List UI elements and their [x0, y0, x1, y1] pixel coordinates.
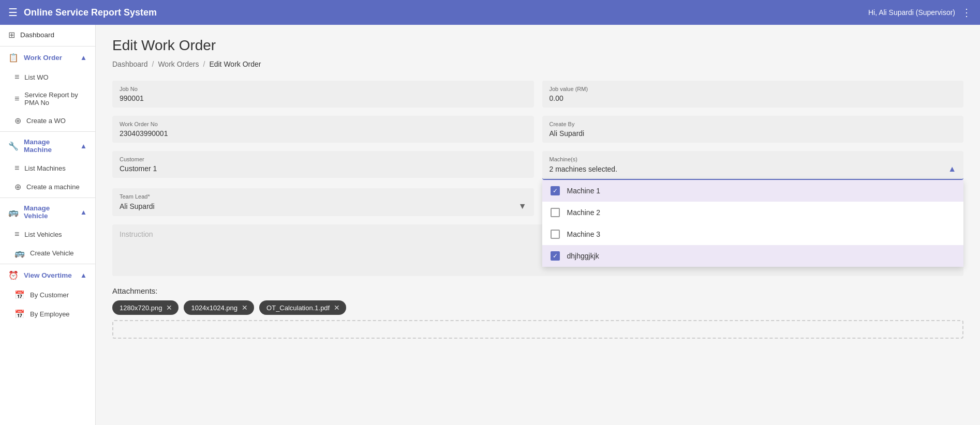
value-work-order-no: 230403990001: [120, 129, 527, 138]
label-machines: Machine(s): [550, 156, 957, 162]
sidebar-divider-4: [0, 264, 95, 264]
form-row-2: Work Order No 230403990001 Create By Ali…: [112, 116, 963, 143]
field-create-by: Create By Ali Supardi: [542, 116, 964, 143]
calendar-customer-icon: 📅: [14, 290, 25, 300]
label-work-order-no: Work Order No: [120, 121, 527, 127]
value-create-by: Ali Supardi: [550, 129, 957, 138]
list-icon: ≡: [14, 72, 19, 82]
drop-zone[interactable]: [112, 320, 963, 339]
sidebar-item-list-vehicles[interactable]: ≡ List Vehicles: [0, 225, 95, 244]
form-row-3: Customer Customer 1 Machine(s) 2 machine…: [112, 151, 963, 180]
dashboard-icon: ⊞: [8, 30, 15, 40]
checkbox-machine-4[interactable]: ✓: [551, 251, 560, 261]
attachment-chip-3: OT_Calculation.1.pdf ✕: [259, 300, 346, 315]
workorder-icon: 📋: [8, 53, 19, 63]
machine-option-1[interactable]: ✓ Machine 1: [542, 180, 964, 202]
sidebar-divider-1: [0, 46, 95, 47]
label-job-no: Job No: [120, 86, 527, 92]
checkbox-machine-3[interactable]: [551, 230, 560, 239]
sidebar-divider-2: [0, 131, 95, 132]
machine-option-3-label: Machine 3: [567, 230, 601, 238]
team-lead-value: Ali Supardi ▼: [120, 202, 527, 211]
sidebar: ⊞ Dashboard 📋 Work Order ▲ ≡ List WO ≡ S…: [0, 25, 96, 425]
breadcrumb-dashboard[interactable]: Dashboard: [112, 60, 148, 68]
label-job-value: Job value (RM): [550, 86, 957, 92]
add-vehicle-icon: 🚌: [14, 248, 25, 258]
form-row-1: Job No 990001 Job value (RM) 0.00: [112, 81, 963, 108]
field-machines[interactable]: Machine(s) 2 machines selected. ▲: [542, 151, 964, 180]
calendar-employee-icon: 📅: [14, 309, 25, 319]
field-job-no: Job No 990001: [112, 81, 534, 108]
sidebar-item-by-customer[interactable]: 📅 By Customer: [0, 285, 95, 305]
sidebar-section-workorder[interactable]: 📋 Work Order ▲: [0, 48, 95, 68]
breadcrumb-work-orders[interactable]: Work Orders: [158, 60, 199, 68]
breadcrumb-current: Edit Work Order: [209, 60, 261, 68]
list-vehicles-icon: ≡: [14, 230, 19, 239]
attachment-remove-3[interactable]: ✕: [334, 303, 340, 312]
hamburger-icon[interactable]: ☰: [8, 6, 18, 19]
top-nav: ☰ Online Service Report System Hi, Ali S…: [0, 0, 980, 25]
field-work-order-no: Work Order No 230403990001: [112, 116, 534, 143]
workorder-collapse-icon: ▲: [80, 54, 87, 62]
overtime-collapse-icon: ▲: [80, 271, 87, 279]
attachment-chip-1: 1280x720.png ✕: [112, 300, 179, 315]
machine-collapse-icon: ▲: [80, 142, 87, 150]
vehicle-icon: 🚌: [8, 207, 19, 217]
sidebar-item-create-machine[interactable]: ⊕ Create a machine: [0, 177, 95, 196]
sidebar-item-create-vehicle[interactable]: 🚌 Create Vehicle: [0, 244, 95, 263]
machine-option-2[interactable]: Machine 2: [542, 202, 964, 223]
page-title: Edit Work Order: [112, 37, 963, 54]
machine-option-3[interactable]: Machine 3: [542, 223, 964, 245]
add-wo-icon: ⊕: [14, 116, 21, 126]
sidebar-divider-3: [0, 198, 95, 198]
label-team-lead: Team Lead*: [120, 193, 527, 200]
report-icon: ≡: [14, 94, 19, 103]
sidebar-item-dashboard[interactable]: ⊞ Dashboard: [0, 25, 95, 45]
add-machine-icon: ⊕: [14, 182, 21, 192]
attachment-remove-1[interactable]: ✕: [166, 303, 172, 312]
sidebar-item-by-employee[interactable]: 📅 By Employee: [0, 305, 95, 324]
attachments-section: Attachments: 1280x720.png ✕ 1024x1024.pn…: [112, 286, 963, 339]
machine-selected-value: 2 machines selected. ▲: [550, 164, 957, 174]
vehicle-collapse-icon: ▲: [80, 208, 87, 216]
list-machines-icon: ≡: [14, 163, 19, 173]
sidebar-section-vehicle[interactable]: 🚌 Manage Vehicle ▲: [0, 199, 95, 225]
attachment-name-1: 1280x720.png: [120, 304, 162, 312]
machine-option-2-label: Machine 2: [567, 208, 601, 217]
attachment-remove-2[interactable]: ✕: [242, 303, 248, 312]
sidebar-item-service-report[interactable]: ≡ Service Report by PMA No: [0, 86, 95, 111]
sidebar-section-overtime[interactable]: ⏰ View Overtime ▲: [0, 265, 95, 285]
value-customer: Customer 1: [120, 164, 527, 173]
value-job-value: 0.00: [550, 94, 957, 102]
value-job-no: 990001: [120, 94, 527, 102]
checkbox-machine-1[interactable]: ✓: [551, 186, 560, 195]
attachments-list: 1280x720.png ✕ 1024x1024.png ✕ OT_Calcul…: [112, 300, 963, 315]
attachment-name-2: 1024x1024.png: [191, 304, 237, 312]
machine-option-4[interactable]: ✓ dhjhggjkjk: [542, 245, 964, 267]
instruction-placeholder: Instruction: [120, 230, 153, 238]
overtime-icon: ⏰: [8, 270, 19, 280]
machine-option-1-label: Machine 1: [567, 187, 601, 195]
field-team-lead[interactable]: Team Lead* Ali Supardi ▼: [112, 188, 534, 216]
sidebar-section-machine[interactable]: 🔧 Manage Machine ▲: [0, 133, 95, 159]
attachments-label: Attachments:: [112, 286, 963, 295]
machine-chevron-up-icon: ▲: [948, 164, 956, 174]
more-options-icon[interactable]: ⋮: [961, 6, 972, 19]
label-create-by: Create By: [550, 121, 957, 127]
machine-dropdown-container: Machine(s) 2 machines selected. ▲ ✓ Mach…: [542, 151, 964, 180]
attachment-chip-2: 1024x1024.png ✕: [184, 300, 254, 315]
machine-selected-text: 2 machines selected.: [550, 165, 618, 173]
machine-option-4-label: dhjhggjkjk: [567, 252, 599, 260]
label-customer: Customer: [120, 156, 527, 162]
main-content: Edit Work Order Dashboard / Work Orders …: [96, 25, 980, 425]
team-lead-text: Ali Supardi: [120, 202, 155, 210]
sidebar-item-list-wo[interactable]: ≡ List WO: [0, 68, 95, 86]
machine-dropdown-list: ✓ Machine 1 Machine 2 Machine 3 ✓ dhjhgg…: [542, 180, 964, 267]
field-customer: Customer Customer 1: [112, 151, 534, 178]
checkbox-machine-2[interactable]: [551, 208, 560, 217]
sidebar-item-create-wo[interactable]: ⊕ Create a WO: [0, 111, 95, 130]
user-label: Hi, Ali Supardi (Supervisor): [868, 8, 955, 17]
team-lead-chevron-icon: ▼: [518, 202, 527, 211]
sidebar-item-list-machines[interactable]: ≡ List Machines: [0, 159, 95, 177]
field-job-value: Job value (RM) 0.00: [542, 81, 964, 108]
